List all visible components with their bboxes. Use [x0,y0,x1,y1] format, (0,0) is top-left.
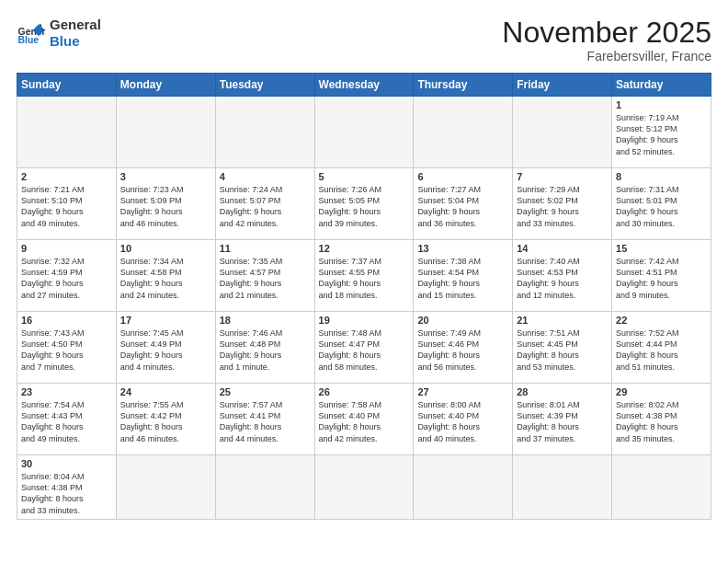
day-number: 10 [120,243,211,254]
day-info: Sunrise: 7:34 AM Sunset: 4:58 PM Dayligh… [120,256,211,301]
day-info: Sunrise: 7:32 AM Sunset: 4:59 PM Dayligh… [21,256,112,301]
location: Farebersviller, France [502,49,711,63]
logo-blue: Blue [50,33,101,50]
calendar-cell: 8Sunrise: 7:31 AM Sunset: 5:01 PM Daylig… [612,168,711,240]
day-info: Sunrise: 7:57 AM Sunset: 4:41 PM Dayligh… [220,399,311,444]
calendar-cell [612,455,711,520]
day-info: Sunrise: 7:43 AM Sunset: 4:50 PM Dayligh… [21,327,112,373]
day-info: Sunrise: 7:19 AM Sunset: 5:12 PM Dayligh… [616,112,707,157]
calendar-cell: 5Sunrise: 7:26 AM Sunset: 5:05 PM Daylig… [314,168,414,240]
day-info: Sunrise: 8:00 AM Sunset: 4:40 PM Dayligh… [417,399,508,444]
calendar-cell [513,455,612,520]
day-number: 23 [21,386,112,397]
logo: General Blue General Blue [17,17,101,50]
calendar-cell: 13Sunrise: 7:38 AM Sunset: 4:54 PM Dayli… [414,240,513,312]
day-info: Sunrise: 7:58 AM Sunset: 4:40 PM Dayligh… [319,399,410,444]
day-info: Sunrise: 7:55 AM Sunset: 4:42 PM Dayligh… [120,399,211,444]
day-number: 25 [220,386,311,397]
day-info: Sunrise: 7:24 AM Sunset: 5:07 PM Dayligh… [220,184,311,229]
calendar-cell: 28Sunrise: 8:01 AM Sunset: 4:39 PM Dayli… [513,384,612,455]
calendar-cell: 30Sunrise: 8:04 AM Sunset: 4:38 PM Dayli… [17,455,117,520]
day-number: 18 [220,315,311,326]
calendar-cell: 29Sunrise: 8:02 AM Sunset: 4:38 PM Dayli… [612,384,711,455]
calendar-cell [215,455,314,520]
calendar-cell [116,455,215,520]
weekday-header-friday: Friday [513,74,612,97]
calendar: SundayMondayTuesdayWednesdayThursdayFrid… [17,73,711,520]
calendar-cell: 24Sunrise: 7:55 AM Sunset: 4:42 PM Dayli… [116,384,215,455]
day-number: 13 [417,243,508,254]
day-number: 22 [616,315,707,326]
day-number: 20 [417,315,508,326]
calendar-cell: 18Sunrise: 7:46 AM Sunset: 4:48 PM Dayli… [215,312,314,384]
month-title: November 2025 [502,17,711,49]
calendar-cell: 3Sunrise: 7:23 AM Sunset: 5:09 PM Daylig… [116,168,215,240]
day-number: 2 [21,171,112,182]
calendar-cell: 6Sunrise: 7:27 AM Sunset: 5:04 PM Daylig… [414,168,513,240]
calendar-cell: 15Sunrise: 7:42 AM Sunset: 4:51 PM Dayli… [612,240,711,312]
day-info: Sunrise: 7:27 AM Sunset: 5:04 PM Dayligh… [417,184,508,229]
day-number: 8 [616,171,707,182]
calendar-cell: 21Sunrise: 7:51 AM Sunset: 4:45 PM Dayli… [513,312,612,384]
calendar-cell: 12Sunrise: 7:37 AM Sunset: 4:55 PM Dayli… [314,240,414,312]
day-number: 9 [21,243,112,254]
calendar-cell [215,97,314,168]
calendar-cell [116,97,215,168]
day-number: 30 [21,458,112,469]
calendar-cell: 26Sunrise: 7:58 AM Sunset: 4:40 PM Dayli… [314,384,414,455]
calendar-cell: 23Sunrise: 7:54 AM Sunset: 4:43 PM Dayli… [17,384,117,455]
day-info: Sunrise: 7:46 AM Sunset: 4:48 PM Dayligh… [220,327,311,373]
day-number: 17 [120,315,211,326]
day-number: 15 [616,243,707,254]
day-number: 29 [616,386,707,397]
day-number: 21 [517,315,608,326]
day-number: 1 [616,99,707,110]
day-info: Sunrise: 7:21 AM Sunset: 5:10 PM Dayligh… [21,184,112,229]
calendar-cell: 1Sunrise: 7:19 AM Sunset: 5:12 PM Daylig… [612,97,711,168]
calendar-cell: 17Sunrise: 7:45 AM Sunset: 4:49 PM Dayli… [116,312,215,384]
calendar-cell [513,97,612,168]
weekday-header-tuesday: Tuesday [215,74,314,97]
svg-text:Blue: Blue [18,35,40,45]
logo-general: General [50,17,101,33]
day-number: 12 [319,243,410,254]
calendar-cell [414,97,513,168]
calendar-cell: 10Sunrise: 7:34 AM Sunset: 4:58 PM Dayli… [116,240,215,312]
day-info: Sunrise: 7:45 AM Sunset: 4:49 PM Dayligh… [120,327,211,373]
day-number: 7 [517,171,608,182]
day-number: 4 [220,171,311,182]
calendar-cell: 2Sunrise: 7:21 AM Sunset: 5:10 PM Daylig… [17,168,117,240]
day-number: 27 [417,386,508,397]
weekday-header-monday: Monday [116,74,215,97]
weekday-header-saturday: Saturday [612,74,711,97]
calendar-cell: 16Sunrise: 7:43 AM Sunset: 4:50 PM Dayli… [17,312,117,384]
day-number: 14 [517,243,608,254]
calendar-cell [314,455,414,520]
calendar-cell: 7Sunrise: 7:29 AM Sunset: 5:02 PM Daylig… [513,168,612,240]
calendar-cell: 20Sunrise: 7:49 AM Sunset: 4:46 PM Dayli… [414,312,513,384]
calendar-cell: 4Sunrise: 7:24 AM Sunset: 5:07 PM Daylig… [215,168,314,240]
day-info: Sunrise: 7:35 AM Sunset: 4:57 PM Dayligh… [220,256,311,301]
day-number: 24 [120,386,211,397]
day-info: Sunrise: 7:51 AM Sunset: 4:45 PM Dayligh… [517,327,608,373]
weekday-header-thursday: Thursday [414,74,513,97]
day-info: Sunrise: 7:29 AM Sunset: 5:02 PM Dayligh… [517,184,608,229]
day-number: 3 [120,171,211,182]
page-header: General Blue General Blue November 2025 … [17,17,711,63]
calendar-cell [414,455,513,520]
weekday-header-wednesday: Wednesday [314,74,414,97]
day-number: 28 [517,386,608,397]
calendar-cell: 11Sunrise: 7:35 AM Sunset: 4:57 PM Dayli… [215,240,314,312]
day-info: Sunrise: 7:38 AM Sunset: 4:54 PM Dayligh… [417,256,508,301]
day-number: 5 [319,171,410,182]
day-info: Sunrise: 7:48 AM Sunset: 4:47 PM Dayligh… [319,327,410,373]
day-number: 6 [417,171,508,182]
calendar-cell: 9Sunrise: 7:32 AM Sunset: 4:59 PM Daylig… [17,240,117,312]
calendar-cell: 14Sunrise: 7:40 AM Sunset: 4:53 PM Dayli… [513,240,612,312]
calendar-cell [17,97,117,168]
calendar-cell: 19Sunrise: 7:48 AM Sunset: 4:47 PM Dayli… [314,312,414,384]
day-info: Sunrise: 7:26 AM Sunset: 5:05 PM Dayligh… [319,184,410,229]
day-info: Sunrise: 7:52 AM Sunset: 4:44 PM Dayligh… [616,327,707,373]
day-number: 26 [319,386,410,397]
weekday-header-sunday: Sunday [17,74,117,97]
